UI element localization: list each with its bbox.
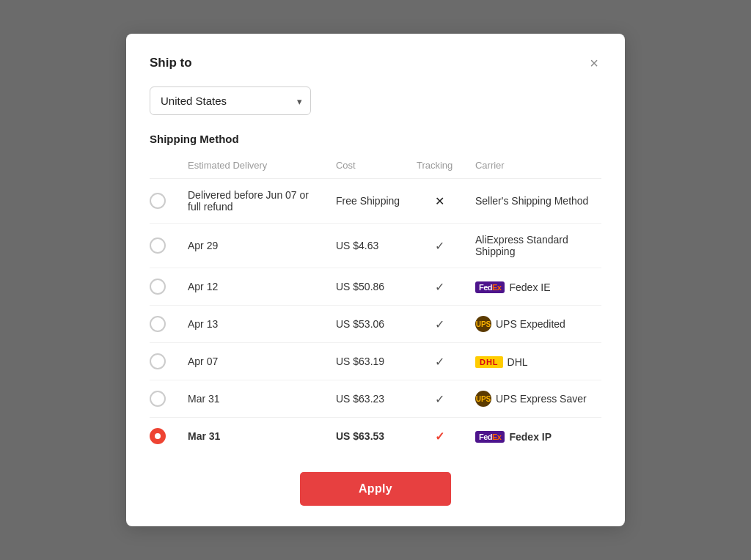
tracking-check-icon: ✓	[435, 240, 444, 252]
ship-to-modal: Ship to × United States United Kingdom C…	[126, 34, 625, 526]
tracking-indicator: ✓	[411, 268, 469, 306]
radio-button[interactable]	[150, 279, 166, 295]
estimated-delivery: Apr 07	[182, 343, 330, 380]
modal-title: Ship to	[150, 56, 192, 70]
estimated-delivery: Delivered before Jun 07 or full refund	[182, 179, 330, 224]
carrier-name: FedExFedex IP	[469, 418, 601, 455]
col-cost-header: Cost	[330, 155, 411, 179]
tracking-check-icon: ✓	[435, 318, 444, 331]
shipping-cost: US $63.23	[330, 380, 411, 418]
shipping-cost: Free Shipping	[330, 179, 411, 224]
tracking-check-icon: ✓	[435, 393, 444, 405]
carrier-label: UPS Express Saver	[496, 393, 587, 405]
carrier-name: UPSUPS Express Saver	[469, 380, 601, 418]
tracking-check-selected-icon: ✓	[435, 430, 444, 443]
table-row[interactable]: Apr 07US $63.19✓DHLDHL	[150, 343, 601, 380]
radio-button[interactable]	[150, 316, 166, 332]
tracking-indicator: ✕	[411, 179, 469, 224]
table-row[interactable]: Apr 12US $50.86✓FedExFedex IE	[150, 268, 601, 306]
country-select-wrapper: United States United Kingdom Canada Aust…	[150, 86, 311, 115]
carrier-label: DHL	[508, 356, 528, 368]
shipping-cost: US $63.19	[330, 343, 411, 380]
tracking-check-icon: ✓	[435, 281, 444, 293]
estimated-delivery: Mar 31	[182, 418, 330, 455]
modal-header: Ship to ×	[150, 54, 601, 72]
table-row[interactable]: Mar 31US $63.23✓UPSUPS Express Saver	[150, 380, 601, 418]
table-row[interactable]: Apr 13US $53.06✓UPSUPS Expedited	[150, 306, 601, 343]
tracking-indicator: ✓	[411, 343, 469, 380]
fedex-badge-icon: FedEx	[475, 431, 505, 443]
table-row[interactable]: Apr 29US $4.63✓AliExpress Standard Shipp…	[150, 224, 601, 268]
dhl-badge-icon: DHL	[475, 356, 503, 368]
tracking-indicator: ✓	[411, 224, 469, 268]
ups-badge-icon: UPS	[475, 316, 491, 332]
ups-logo: UPSUPS Express Saver	[475, 391, 587, 407]
dhl-logo: DHLDHL	[475, 356, 528, 368]
apply-button[interactable]: Apply	[300, 472, 451, 506]
col-delivery-header: Estimated Delivery	[182, 155, 330, 179]
radio-button[interactable]	[150, 428, 166, 444]
no-tracking-icon: ✕	[435, 195, 444, 207]
tracking-indicator: ✓	[411, 380, 469, 418]
fedex-logo: FedExFedex IE	[475, 281, 551, 293]
estimated-delivery: Apr 12	[182, 268, 330, 306]
shipping-cost: US $4.63	[330, 224, 411, 268]
carrier-name: AliExpress Standard Shipping	[469, 224, 601, 268]
carrier-label: Fedex IP	[509, 431, 552, 443]
ups-badge-icon: UPS	[475, 391, 491, 407]
radio-button[interactable]	[150, 237, 166, 254]
shipping-methods-table: Estimated Delivery Cost Tracking Carrier…	[150, 155, 601, 454]
shipping-method-title: Shipping Method	[150, 133, 601, 145]
radio-button[interactable]	[150, 193, 166, 209]
carrier-label: UPS Expedited	[496, 318, 565, 330]
apply-area: Apply	[150, 472, 601, 506]
col-tracking-header: Tracking	[411, 155, 469, 179]
tracking-indicator: ✓	[411, 418, 469, 455]
estimated-delivery: Apr 29	[182, 224, 330, 268]
table-row[interactable]: Delivered before Jun 07 or full refundFr…	[150, 179, 601, 224]
carrier-name: DHLDHL	[469, 343, 601, 380]
close-button[interactable]: ×	[587, 54, 601, 72]
radio-button[interactable]	[150, 391, 166, 407]
radio-button[interactable]	[150, 353, 166, 369]
shipping-cost: US $53.06	[330, 306, 411, 343]
tracking-indicator: ✓	[411, 306, 469, 343]
shipping-cost: US $63.53	[330, 418, 411, 455]
fedex-logo: FedExFedex IP	[475, 431, 552, 443]
carrier-label: Fedex IE	[509, 281, 550, 293]
estimated-delivery: Apr 13	[182, 306, 330, 343]
carrier-name: Seller's Shipping Method	[469, 179, 601, 224]
tracking-check-icon: ✓	[435, 355, 444, 368]
col-carrier-header: Carrier	[469, 155, 601, 179]
col-radio-header	[150, 155, 182, 179]
country-select[interactable]: United States United Kingdom Canada Aust…	[150, 86, 311, 115]
estimated-delivery: Mar 31	[182, 380, 330, 418]
shipping-cost: US $50.86	[330, 268, 411, 306]
fedex-badge-icon: FedEx	[475, 281, 505, 293]
table-row[interactable]: Mar 31US $63.53✓FedExFedex IP	[150, 418, 601, 455]
carrier-name: UPSUPS Expedited	[469, 306, 601, 343]
carrier-name: FedExFedex IE	[469, 268, 601, 306]
ups-logo: UPSUPS Expedited	[475, 316, 565, 332]
